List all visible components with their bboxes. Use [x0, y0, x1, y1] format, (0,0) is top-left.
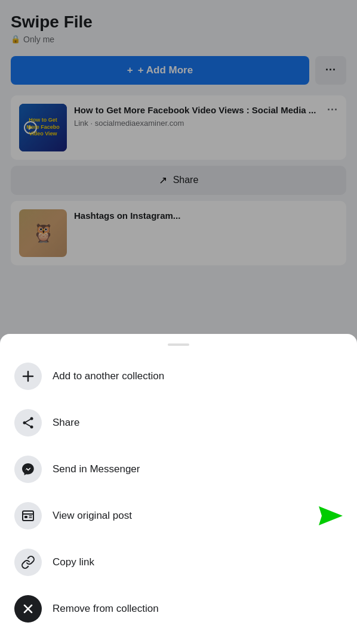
view-original-icon-circle	[14, 502, 42, 530]
add-collection-label: Add to another collection	[53, 370, 164, 382]
link-icon	[21, 555, 35, 569]
messenger-label: Send in Messenger	[53, 463, 140, 475]
sheet-item-messenger[interactable]: Send in Messenger	[0, 446, 357, 493]
copy-link-label: Copy link	[53, 556, 94, 568]
share-icon	[21, 416, 35, 429]
sheet-item-remove[interactable]: Remove from collection	[0, 586, 357, 632]
remove-icon-circle	[14, 595, 42, 623]
share-label: Share	[53, 417, 79, 429]
sheet-item-share[interactable]: Share	[0, 400, 357, 446]
copy-link-icon-circle	[14, 549, 42, 576]
svg-line-6	[24, 419, 32, 423]
add-collection-icon-circle	[14, 363, 42, 390]
share-icon-circle	[14, 409, 42, 436]
green-arrow-icon	[259, 505, 343, 527]
bottom-sheet: Add to another collection Share Send in …	[0, 334, 357, 644]
svg-marker-13	[259, 506, 343, 525]
remove-label: Remove from collection	[53, 603, 159, 615]
messenger-icon-circle	[14, 456, 42, 483]
sheet-item-add-collection[interactable]: Add to another collection	[0, 353, 357, 400]
view-original-label: View original post	[53, 510, 132, 522]
svg-rect-10	[24, 516, 27, 518]
sheet-item-copy-link[interactable]: Copy link	[0, 539, 357, 586]
svg-line-7	[24, 423, 32, 427]
messenger-icon	[21, 462, 35, 476]
plus-icon	[21, 370, 35, 383]
remove-icon	[21, 602, 35, 615]
sheet-handle	[168, 343, 189, 346]
green-arrow	[259, 505, 343, 527]
sheet-item-view-original[interactable]: View original post	[0, 493, 357, 539]
original-post-icon	[21, 509, 35, 523]
